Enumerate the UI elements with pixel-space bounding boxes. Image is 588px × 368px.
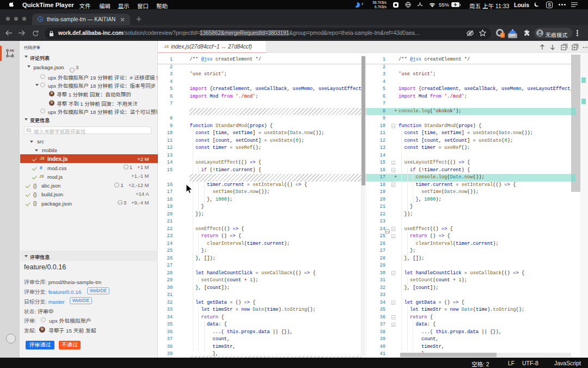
- svg-text:PR: PR: [10, 49, 15, 52]
